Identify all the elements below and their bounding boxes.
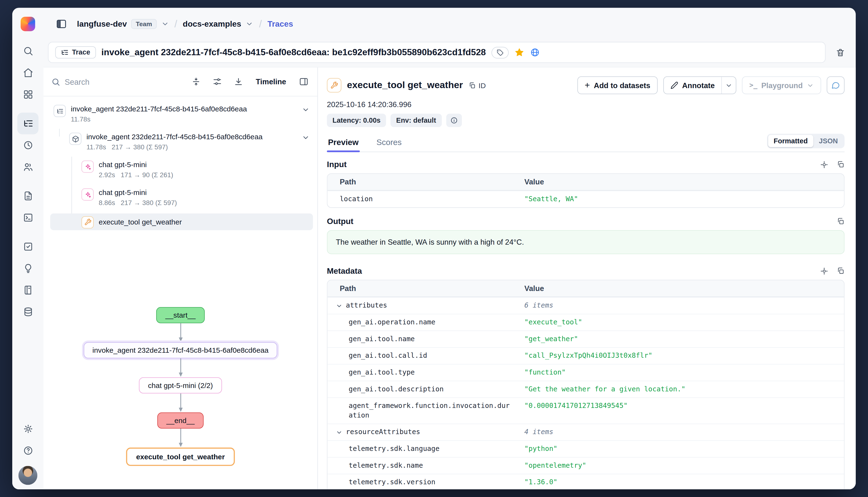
support-icon[interactable] (17, 440, 39, 462)
graph-node-end[interactable]: __end__ (157, 412, 204, 429)
output-section-title: Output (327, 217, 353, 226)
metadata-row: telemetry.sdk.version"1.36.0" (328, 474, 844, 489)
wrench-icon (327, 78, 341, 93)
tab-preview[interactable]: Preview (327, 134, 360, 152)
graph-node-start[interactable]: __start__ (156, 307, 205, 323)
rail-datasets-icon[interactable] (17, 301, 39, 323)
graph-node-chat[interactable]: chat gpt-5-mini (2/2) (139, 378, 222, 394)
top-navigation: langfuse-dev Team / docs-examples / Trac… (43, 8, 856, 40)
playground-button[interactable]: >_ Playground (742, 76, 821, 94)
metadata-group-row[interactable]: resourceAttributes 4 items (328, 424, 844, 440)
comment-icon (831, 81, 840, 90)
chevron-down-icon[interactable] (246, 20, 253, 28)
rail-dashboard-icon[interactable] (17, 84, 39, 105)
detail-tabs: Preview Scores Formatted JSON (327, 134, 844, 152)
copy-icon[interactable] (837, 217, 844, 225)
rail-insights-icon[interactable] (17, 257, 39, 279)
metadata-group-row[interactable]: attributes 6 items (328, 297, 844, 314)
wrench-icon (81, 216, 94, 228)
delete-trace-button[interactable] (830, 42, 850, 62)
search-icon (52, 77, 60, 86)
chevron-down-icon (336, 429, 342, 436)
annotate-dropdown-chevron[interactable] (721, 77, 736, 94)
observation-timestamp: 2025-10-16 14:20:36.996 (327, 100, 844, 109)
langfuse-logo[interactable] (20, 17, 35, 31)
graph-node-invoke-agent[interactable]: invoke_agent 232de211-7fcf-45c8-b415-6af… (83, 342, 277, 358)
metadata-row: gen_ai.tool.call.id"call_PsylzxTpQh4i0OI… (328, 347, 844, 364)
chevron-down-icon (807, 82, 814, 89)
user-avatar[interactable] (18, 466, 38, 485)
latency-badge: Latency: 0.00s (327, 114, 386, 127)
rail-traces-icon[interactable] (17, 113, 39, 134)
rail-evaluations-icon[interactable] (17, 236, 39, 258)
input-section-title: Input (327, 160, 346, 169)
annotate-split-button: Annotate (663, 76, 736, 94)
chevron-down-icon[interactable] (302, 132, 309, 141)
globe-icon[interactable] (530, 47, 540, 57)
rail-home-icon[interactable] (17, 62, 39, 84)
breadcrumb-page-traces[interactable]: Traces (267, 19, 293, 28)
search-input[interactable]: Search (65, 77, 183, 86)
tree-row-trace[interactable]: invoke_agent 232de211-7fcf-45c8-b415-6af… (50, 102, 313, 130)
copy-icon[interactable] (837, 160, 844, 169)
trace-title: invoke_agent 232de211-7fcf-45c8-b415-6af… (101, 47, 486, 57)
collapse-panel-icon[interactable] (295, 73, 312, 90)
chevron-down-icon[interactable] (302, 104, 309, 114)
format-json[interactable]: JSON (813, 135, 843, 147)
tree-row-agent[interactable]: invoke_agent 232de211-7fcf-45c8-b415-6af… (50, 130, 313, 158)
pencil-icon (671, 81, 678, 89)
tab-scores[interactable]: Scores (375, 134, 403, 152)
graph-edge (178, 394, 183, 412)
focus-icon[interactable] (820, 160, 828, 169)
input-table: Path Value location "Seattle, WA" (327, 173, 844, 208)
comments-button[interactable] (827, 76, 844, 94)
expand-collapse-icon[interactable] (188, 73, 205, 90)
metadata-row: telemetry.sdk.language"python" (328, 440, 844, 457)
env-badge: Env: default (390, 114, 442, 127)
trace-icon (61, 48, 68, 56)
download-icon[interactable] (230, 73, 247, 90)
metadata-row: gen_ai.operation.name"execute_tool" (328, 314, 844, 331)
observation-tree: invoke_agent 232de211-7fcf-45c8-b415-6af… (43, 97, 317, 286)
breadcrumb: langfuse-dev Team / docs-examples / Trac… (77, 18, 293, 30)
project-name[interactable]: docs-examples (183, 19, 241, 28)
graph-edge (178, 358, 183, 378)
tag-icon[interactable] (492, 46, 509, 58)
observation-tree-panel: Search Timeline (43, 68, 318, 489)
copy-icon[interactable] (837, 267, 844, 275)
tree-row-generation[interactable]: chat gpt-5-mini 8.86s217 → 380 (Σ 597) (50, 186, 313, 213)
chevron-down-icon[interactable] (161, 20, 169, 28)
timeline-toggle[interactable]: Timeline (251, 77, 291, 86)
tree-row-tool-selected[interactable]: execute_tool get_weather (50, 213, 313, 230)
info-icon[interactable] (446, 114, 461, 127)
terminal-icon: >_ (749, 81, 757, 89)
metadata-row: gen_ai.tool.name"get_weather" (328, 331, 844, 347)
rail-playground-icon[interactable] (17, 207, 39, 229)
settings-icon[interactable] (17, 418, 39, 440)
copy-id-button[interactable]: ID (469, 81, 486, 89)
rail-search-icon[interactable] (17, 40, 39, 62)
graph-node-execute-tool[interactable]: execute_tool get_weather (126, 448, 235, 466)
rail-annotations-icon[interactable] (17, 279, 39, 301)
rail-users-icon[interactable] (17, 156, 39, 178)
tree-toolbar: Search Timeline (43, 68, 317, 97)
rail-sessions-icon[interactable] (17, 134, 39, 156)
trace-icon (54, 105, 66, 117)
rail-prompts-icon[interactable] (17, 185, 39, 207)
filter-settings-icon[interactable] (209, 73, 226, 90)
metadata-row: gen_ai.tool.description"Get the weather … (328, 381, 844, 397)
format-toggle: Formatted JSON (767, 134, 844, 148)
star-icon[interactable] (514, 47, 524, 57)
format-formatted[interactable]: Formatted (768, 135, 813, 147)
copy-icon (469, 82, 476, 89)
trace-type-badge: Trace (55, 46, 96, 59)
focus-icon[interactable] (820, 267, 828, 275)
metadata-row: telemetry.sdk.name"opentelemetry" (328, 457, 844, 474)
annotate-button[interactable]: Annotate (664, 77, 721, 94)
workspace-name[interactable]: langfuse-dev (77, 19, 127, 28)
sidebar-toggle-icon[interactable] (54, 16, 69, 32)
desktop-background: langfuse-dev Team / docs-examples / Trac… (0, 0, 868, 497)
add-to-datasets-button[interactable]: + Add to datasets (577, 76, 658, 94)
generation-icon (81, 161, 94, 173)
tree-row-generation[interactable]: chat gpt-5-mini 2.92s171 → 90 (Σ 261) (50, 158, 313, 186)
